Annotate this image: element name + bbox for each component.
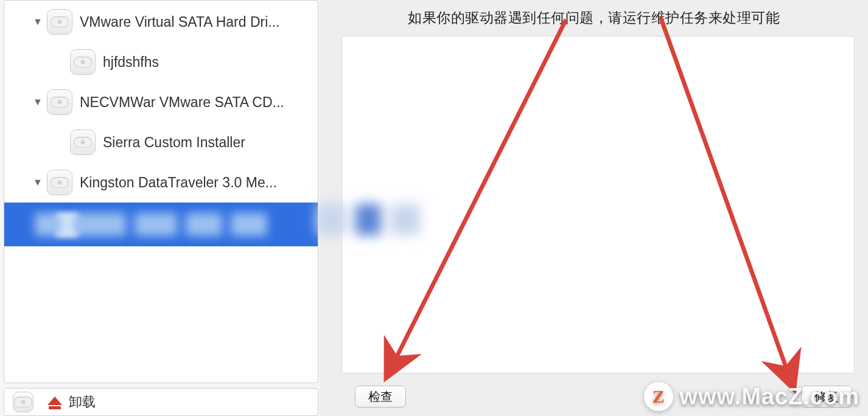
tree-item-sierra-installer[interactable]: ▼ Sierra Custom Installer: [4, 122, 318, 162]
chevron-down-icon[interactable]: ▼: [31, 97, 44, 108]
disk-icon: [47, 89, 72, 115]
redaction-bleed: [317, 204, 420, 246]
tree-item-selected-redacted[interactable]: [4, 203, 318, 246]
unmount-label: 卸载: [69, 393, 96, 411]
tree-item-label: VMware Virtual SATA Hard Dri...: [80, 14, 279, 30]
chevron-down-icon[interactable]: ▼: [31, 177, 44, 188]
tree: ▼ VMware Virtual SATA Hard Dri... ▼ hjfd…: [4, 1, 318, 246]
app-root: ▼ VMware Virtual SATA Hard Dri... ▼ hjfd…: [0, 0, 868, 416]
disk-icon: [70, 49, 96, 75]
tree-item-label: Sierra Custom Installer: [103, 134, 245, 151]
instruction-text: 如果你的驱动器遇到任何问题，请运行维护任务来处理可能: [320, 0, 868, 32]
watermark-text: www.MacZ.com: [679, 384, 859, 410]
disk-icon: [47, 170, 72, 195]
disk-icon: [70, 130, 96, 155]
tree-item-hjfdshfhs[interactable]: ▼ hjfdshfhs: [4, 42, 318, 82]
check-button[interactable]: 检查: [355, 386, 406, 407]
redacted-content: [35, 209, 318, 240]
disk-icon: [13, 392, 33, 412]
tree-item-kingston-datatraveler[interactable]: ▼ Kingston DataTraveler 3.0 Me...: [4, 162, 318, 203]
tree-item-label: hjfdshfhs: [103, 54, 159, 71]
sidebar-column: ▼ VMware Virtual SATA Hard Dri... ▼ hjfd…: [0, 0, 320, 416]
watermark: Z www.MacZ.com: [644, 382, 859, 411]
disk-tree: ▼ VMware Virtual SATA Hard Dri... ▼ hjfd…: [4, 0, 318, 383]
watermark-badge-icon: Z: [644, 382, 673, 411]
tree-item-nec-vmware-cd[interactable]: ▼ NECVMWar VMware SATA CD...: [4, 82, 318, 122]
tree-item-vmware-sata-hdd[interactable]: ▼ VMware Virtual SATA Hard Dri...: [4, 2, 318, 42]
tree-item-label: NECVMWar VMware SATA CD...: [80, 94, 284, 111]
sidebar-bottom-bar: 卸载: [4, 388, 318, 416]
eject-icon[interactable]: [46, 393, 64, 411]
chevron-down-icon[interactable]: ▼: [31, 16, 44, 27]
tree-item-label: Kingston DataTraveler 3.0 Me...: [80, 175, 277, 191]
disk-icon: [47, 9, 72, 35]
